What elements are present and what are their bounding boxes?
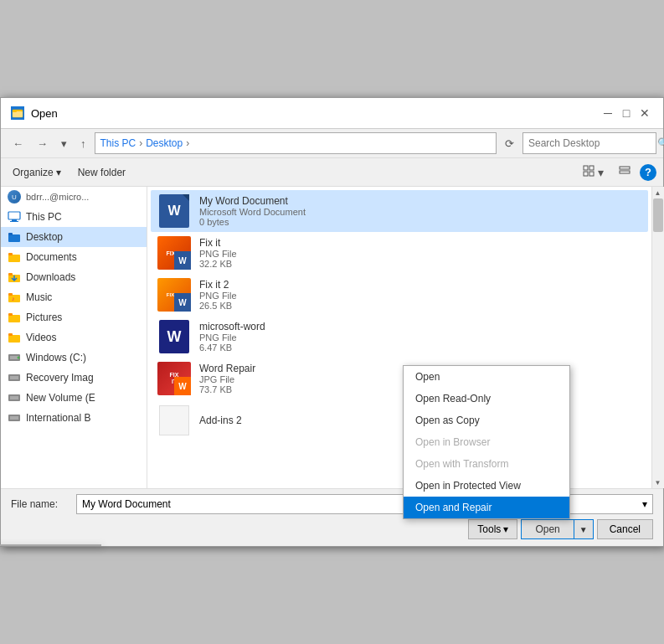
maximize-button[interactable]: □ [618,105,635,121]
open-button[interactable]: Open [522,520,574,538]
search-input[interactable] [528,137,654,149]
file-info-fix-it: Fix it PNG File 32.2 KB [199,237,641,269]
svg-rect-12 [8,234,20,242]
svg-rect-31 [10,396,18,399]
dialog-icon [11,106,24,120]
search-icon: 🔍 [657,137,664,149]
cancel-button[interactable]: Cancel [597,519,653,539]
file-thumb-fix-it-2: FIX IT! W [157,278,191,312]
sidebar-item-user[interactable]: U bdrr...@micro... [1,187,147,207]
nav-bar: ← → ▾ ↑ This PC › Desktop › ⟳ 🔍 [1,129,663,158]
sidebar-item-windows-c[interactable]: Windows (C:) [1,348,147,368]
view-button-1[interactable]: ▾ [577,162,610,183]
file-name-fix-it: Fix it [199,237,641,249]
organize-button[interactable]: Organize ▾ [8,164,66,181]
svg-text:♪: ♪ [12,296,15,301]
menu-item-open[interactable]: Open [404,366,569,388]
sidebar-item-new-volume[interactable]: New Volume (E [1,388,147,408]
file-name-my-word-doc: My Word Document [199,195,641,207]
sidebar-pictures-label: Pictures [26,312,62,323]
pictures-icon [8,311,21,324]
open-dropdown-arrow[interactable]: ▼ [574,520,593,538]
breadcrumb-sep-1: › [139,137,142,149]
menu-item-open-in-protected-view[interactable]: Open in Protected View [404,475,569,497]
search-box[interactable]: 🔍 [522,132,656,154]
file-name-fix-it-2: Fix it 2 [199,279,641,291]
sidebar-item-this-pc[interactable]: This PC [1,207,147,227]
svg-rect-8 [620,171,630,173]
file-size-fix-it-2: 26.5 KB [199,301,641,311]
sidebar-user-label: bdrr...@micro... [26,192,89,202]
vertical-scrollbar[interactable]: ▲ ▼ [651,187,663,488]
menu-item-open-in-browser: Open in Browser [404,431,569,453]
svg-rect-10 [12,219,17,221]
new-volume-icon [8,391,21,404]
breadcrumb-this-pc[interactable]: This PC [100,137,136,149]
help-button[interactable]: ? [640,164,656,181]
desktop-folder-icon [8,230,21,244]
file-item-my-word-doc[interactable]: W My Word Document Microsoft Word Docume… [151,190,648,232]
refresh-button[interactable]: ⟳ [500,134,519,153]
file-item-word-repair[interactable]: FIXIT W Word Repair JPG File 73.7 KB [151,358,648,399]
scroll-up-arrow[interactable]: ▲ [652,187,664,198]
sidebar-item-music[interactable]: ♪ Music [1,287,147,307]
open-button-group: Open ▼ [521,519,593,539]
file-info-microsoft-word: microsoft-word PNG File 6.47 KB [199,321,641,353]
sidebar: U bdrr...@micro... This PC [1,187,147,488]
view-icon-2 [619,165,631,177]
address-bar[interactable]: This PC › Desktop › [95,132,497,154]
minimize-button[interactable]: ─ [600,105,616,121]
window-controls: ─ □ ✕ [600,105,653,121]
sidebar-music-label: Music [26,291,52,303]
new-folder-label: New folder [78,167,126,178]
up-button[interactable]: ↑ [75,134,91,153]
forward-button[interactable]: → [32,134,53,153]
svg-rect-15 [8,253,13,255]
nav-dropdown-button[interactable]: ▾ [56,134,72,153]
new-folder-button[interactable]: New folder [73,164,131,181]
file-name-label: File name: [11,498,69,510]
file-name-microsoft-word: microsoft-word [199,321,641,332]
scroll-down-arrow[interactable]: ▼ [652,477,664,488]
menu-item-open-read-only[interactable]: Open Read-Only [404,388,569,410]
breadcrumb-sep-2: › [186,137,189,149]
view-icon-1 [583,165,595,177]
menu-item-open-as-copy[interactable]: Open as Copy [404,410,569,431]
sidebar-item-desktop[interactable]: Desktop [1,227,147,247]
tools-button[interactable]: Tools ▾ [468,519,517,539]
organize-label: Organize [13,167,54,178]
organize-dropdown-icon: ▾ [56,167,61,178]
sidebar-item-international[interactable]: International B [1,408,147,428]
file-thumb-word-repair: FIXIT W [157,362,191,395]
sidebar-item-pictures[interactable]: Pictures [1,307,147,327]
videos-icon [8,331,21,344]
sidebar-item-downloads[interactable]: Downloads [1,267,147,287]
file-thumb-my-word-doc: W [157,194,191,228]
file-item-microsoft-word[interactable]: W microsoft-word PNG File 6.47 KB [151,316,648,358]
sidebar-this-pc-label: This PC [26,211,62,223]
file-info-my-word-doc: My Word Document Microsoft Word Document… [199,195,641,227]
file-thumb-fix-it: FIX IT W [157,236,191,270]
file-item-fix-it[interactable]: FIX IT W Fix it PNG File 32.2 KB [151,232,648,274]
view-button-2[interactable] [613,162,636,183]
sidebar-item-documents[interactable]: Documents [1,247,147,267]
breadcrumb-desktop[interactable]: Desktop [146,137,183,149]
toolbar: Organize ▾ New folder ▾ [1,158,663,187]
file-item-fix-it-2[interactable]: FIX IT! W Fix it 2 PNG File 26.5 KB [151,274,648,316]
sidebar-recovery-label: Recovery Imag [26,372,94,384]
file-type-dropdown-icon[interactable]: ▾ [642,498,647,510]
sidebar-item-videos[interactable]: Videos [1,327,147,348]
svg-point-27 [18,357,20,359]
view-dropdown-icon: ▾ [598,166,604,179]
sidebar-downloads-label: Downloads [26,271,75,283]
sidebar-item-recovery[interactable]: Recovery Imag [1,368,147,388]
back-button[interactable]: ← [8,134,28,153]
svg-rect-22 [8,313,13,316]
menu-item-open-and-repair[interactable]: Open and Repair [404,497,569,518]
file-list: W My Word Document Microsoft Word Docume… [147,187,651,488]
close-button[interactable]: ✕ [636,105,653,121]
scroll-thumb[interactable] [653,198,663,232]
file-item-add-ins-2[interactable]: Add-ins 2 [151,399,648,441]
scroll-track[interactable] [652,198,664,477]
file-info-fix-it-2: Fix it 2 PNG File 26.5 KB [199,279,641,311]
